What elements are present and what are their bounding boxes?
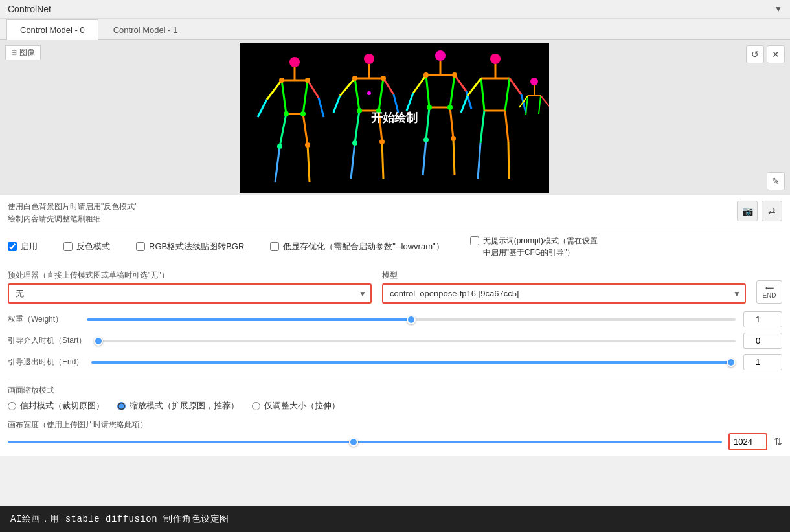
svg-line-11 (275, 146, 280, 182)
svg-point-37 (376, 108, 381, 113)
svg-line-73 (505, 111, 508, 142)
svg-point-57 (427, 105, 432, 110)
svg-line-27 (383, 78, 394, 94)
svg-line-47 (407, 93, 413, 111)
svg-line-8 (319, 98, 324, 117)
zoom-section: 画面缩放模式 信封模式（裁切原图） 缩放模式（扩展原图，推荐） 仅调整大小（拉伸… (0, 381, 790, 417)
hint-icons: 📷 ⇄ (737, 201, 782, 221)
svg-point-0 (289, 57, 300, 67)
preprocessor-group: 预处理器（直接上传模式图或草稿时可选"无"） 无 openpose openpo… (8, 270, 372, 304)
svg-point-36 (357, 108, 362, 113)
svg-line-53 (450, 107, 453, 139)
svg-point-35 (381, 76, 386, 81)
svg-point-18 (277, 144, 282, 149)
svg-point-60 (451, 136, 456, 141)
guidance-start-label: 引导介入时机（Start） (8, 335, 86, 346)
svg-line-51 (426, 107, 429, 140)
svg-point-41 (435, 50, 446, 61)
tab-control-model-1[interactable]: Control Model - 1 (100, 19, 192, 40)
guidance-start-slider-row: 引导介入时机（Start） (8, 333, 782, 349)
preprocessor-select-wrapper: 无 openpose openpose_face openpose_faceon… (8, 283, 372, 304)
image-toolbar: ↺ ✕ (746, 45, 785, 63)
invert-color-checkbox[interactable]: 反色模式 (63, 241, 110, 252)
svg-point-39 (379, 139, 385, 144)
svg-line-68 (510, 78, 521, 94)
collapse-arrow-icon[interactable]: ▼ (774, 5, 782, 14)
svg-line-65 (505, 78, 510, 111)
svg-line-81 (541, 96, 549, 106)
model-select-wrapper: control_openpose-fp16 [9ca67cc5] None ▼ (382, 283, 746, 304)
weight-slider[interactable] (87, 318, 736, 321)
svg-point-15 (305, 78, 310, 83)
canvas-width-slider[interactable] (8, 441, 722, 443)
svg-line-79 (539, 96, 541, 114)
svg-line-66 (468, 78, 481, 96)
resize-icon[interactable]: ⇅ (774, 436, 782, 448)
svg-line-44 (426, 75, 429, 107)
weight-label: 权重（Weight） (8, 314, 79, 325)
weight-number[interactable] (743, 311, 782, 327)
svg-line-52 (423, 140, 426, 175)
swap-icon-btn[interactable]: ⇄ (762, 201, 782, 221)
model-select[interactable]: control_openpose-fp16 [9ca67cc5] None (382, 283, 746, 304)
svg-line-12 (303, 114, 308, 145)
svg-line-48 (455, 75, 466, 91)
enable-checkbox[interactable]: 启用 (8, 241, 38, 252)
low-memory-checkbox[interactable]: 低显存优化（需配合启动参数"--lowvram"） (270, 241, 444, 252)
selects-row: 预处理器（直接上传模式图或草稿时可选"无"） 无 openpose openpo… (0, 265, 790, 309)
guidance-start-number[interactable] (743, 333, 782, 349)
guidance-end-slider-row: 引导退出时机（End） (8, 354, 782, 370)
hint-row: 使用白色背景图片时请启用"反色模式" 绘制内容请先调整笔刷粗细 📷 ⇄ (0, 195, 790, 228)
zoom-resize-option[interactable]: 仅调整大小（拉伸） (252, 400, 340, 412)
svg-point-34 (352, 76, 357, 81)
zoom-scale-option[interactable]: 缩放模式（扩展原图，推荐） (117, 400, 239, 412)
svg-line-74 (508, 142, 509, 179)
svg-line-31 (351, 143, 355, 179)
close-button[interactable]: ✕ (767, 45, 785, 63)
end-button[interactable]: ⟵ END (756, 280, 782, 304)
guidance-start-slider[interactable] (94, 340, 736, 342)
tabs-bar: Control Model - 0 Control Model - 1 (0, 19, 790, 40)
guidance-end-slider[interactable] (91, 361, 736, 364)
svg-point-14 (279, 78, 284, 83)
svg-line-72 (478, 143, 480, 179)
bottom-bar: AI绘画，用 stable diffusion 制作角色设定图 (0, 506, 790, 532)
weight-slider-row: 权重（Weight） (8, 311, 782, 327)
svg-line-6 (258, 100, 267, 117)
svg-line-28 (394, 94, 398, 113)
edit-button[interactable]: ✎ (767, 172, 785, 190)
main-content: ⊞ 图像 (0, 40, 790, 456)
svg-line-26 (333, 96, 340, 113)
svg-point-40 (367, 91, 371, 95)
svg-line-2 (282, 80, 286, 114)
rgb-mode-checkbox[interactable]: RGB格式法线贴图转BGR (136, 241, 244, 252)
svg-point-17 (300, 111, 306, 116)
no-prompt-checkbox[interactable]: 无提示词(prompt)模式（需在设置中启用"基于CFG的引导"） (470, 235, 600, 258)
guidance-end-number[interactable] (743, 354, 782, 370)
svg-point-19 (305, 142, 310, 148)
image-section: ⊞ 图像 (0, 40, 790, 195)
svg-point-61 (490, 54, 501, 64)
svg-line-67 (461, 96, 468, 113)
top-bar: ControlNet ▼ (0, 0, 790, 19)
svg-point-38 (352, 140, 357, 146)
svg-line-46 (413, 75, 426, 93)
svg-point-16 (284, 111, 289, 116)
zoom-mode-label: 画面缩放模式 (8, 385, 782, 396)
svg-line-54 (453, 139, 455, 175)
zoom-crop-option[interactable]: 信封模式（裁切原图） (8, 400, 104, 412)
svg-line-3 (303, 80, 308, 114)
camera-icon-btn[interactable]: 📷 (737, 201, 758, 221)
canvas-width-section: 画布宽度（使用上传图片时请您略此项） ⇅ (0, 417, 790, 456)
svg-line-5 (267, 80, 282, 100)
preprocessor-select[interactable]: 无 openpose openpose_face openpose_faceon… (8, 283, 372, 304)
svg-line-32 (379, 111, 382, 142)
svg-point-20 (364, 54, 374, 64)
reset-button[interactable]: ↺ (746, 45, 764, 63)
checkboxes-row: 启用 反色模式 RGB格式法线贴图转BGR 低显存优化（需配合启动参数"--lo… (0, 228, 790, 265)
image-label: ⊞ 图像 (5, 45, 41, 60)
svg-line-24 (379, 78, 383, 111)
svg-line-25 (340, 78, 355, 96)
canvas-width-number[interactable] (728, 433, 767, 450)
tab-control-model-0[interactable]: Control Model - 0 (6, 19, 98, 40)
